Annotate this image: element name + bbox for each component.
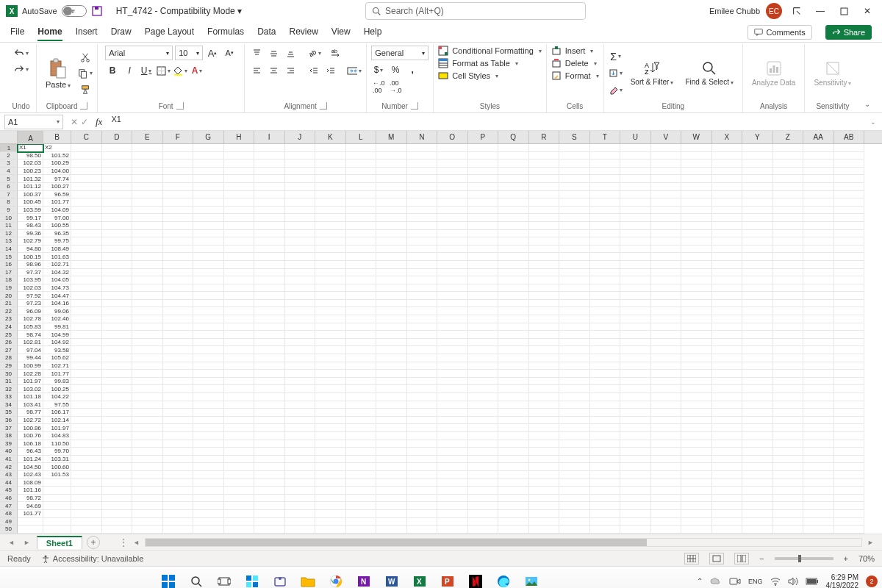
cell[interactable] [681,510,712,518]
cell[interactable] [773,417,804,425]
cell[interactable] [315,362,346,370]
cell[interactable]: 101.97 [18,378,43,386]
page-layout-view-button[interactable] [709,553,724,564]
cell[interactable] [681,417,712,425]
cell[interactable] [529,526,560,534]
cell[interactable] [773,339,804,347]
cell[interactable] [254,463,285,471]
cell[interactable] [437,401,468,409]
cell[interactable] [681,191,712,199]
cell[interactable]: 104.09 [43,207,71,215]
cell[interactable] [712,207,743,215]
cell[interactable] [742,432,773,440]
sheet-tab[interactable]: Sheet1 [37,536,82,549]
cell[interactable] [620,393,651,401]
cell[interactable] [71,207,102,215]
cell[interactable] [468,495,499,503]
spreadsheet-grid[interactable]: 1234567891011121314151617181920212223242… [0,144,882,534]
cell[interactable] [803,307,834,315]
cell[interactable] [315,471,346,479]
cell[interactable] [620,440,651,448]
row-header[interactable]: 36 [0,417,18,425]
row-header[interactable]: 37 [0,424,18,432]
cell[interactable] [620,315,651,323]
cell[interactable] [163,253,194,261]
cell[interactable] [529,323,560,331]
cell[interactable] [834,432,865,440]
cell[interactable] [407,346,438,354]
cell[interactable] [437,284,468,293]
cell[interactable] [254,362,285,370]
cell[interactable] [712,354,743,362]
cell[interactable] [71,393,102,401]
cell[interactable] [132,495,163,503]
cell[interactable] [254,315,285,323]
cell[interactable] [590,331,621,339]
cell[interactable] [254,144,285,152]
cell[interactable] [132,448,163,456]
cell[interactable]: 102.78 [18,315,43,323]
cell[interactable] [285,253,316,261]
cell[interactable] [193,471,224,479]
cell[interactable] [163,463,194,471]
cell[interactable] [712,487,743,495]
cell[interactable] [193,456,224,464]
cell[interactable] [376,207,407,215]
cell[interactable] [468,393,499,401]
cell[interactable] [559,432,590,440]
cell[interactable] [803,432,834,440]
cell[interactable] [834,152,865,160]
cell[interactable] [71,339,102,347]
cell[interactable] [559,393,590,401]
cell[interactable] [498,518,529,526]
cell[interactable] [834,526,865,534]
cell[interactable] [376,502,407,510]
cell[interactable] [712,269,743,277]
cell[interactable] [590,518,621,526]
cell[interactable] [346,183,377,191]
cell[interactable] [254,471,285,479]
cell[interactable] [346,175,377,183]
cell[interactable] [742,168,773,176]
cell[interactable] [102,292,133,300]
cell[interactable] [742,479,773,487]
cell[interactable]: 97.92 [18,292,43,300]
cell[interactable] [529,440,560,448]
cell[interactable] [407,339,438,347]
cell[interactable] [498,307,529,315]
cell[interactable] [407,198,438,207]
cell[interactable] [376,487,407,495]
cell[interactable] [254,339,285,347]
cell[interactable] [315,456,346,464]
cell[interactable] [285,354,316,362]
cell[interactable]: 101.16 [18,487,43,495]
column-header-V[interactable]: V [651,131,682,143]
cell[interactable] [559,315,590,323]
cell[interactable] [407,300,438,308]
cell[interactable] [742,354,773,362]
cell[interactable] [346,385,377,393]
cell[interactable] [529,230,560,238]
cell[interactable] [468,230,499,238]
cell[interactable] [224,261,255,269]
cell[interactable] [803,261,834,269]
cell[interactable] [620,362,651,370]
cell[interactable] [224,456,255,464]
cell[interactable] [468,214,499,222]
cell[interactable] [437,222,468,230]
cell[interactable] [803,276,834,284]
cell[interactable] [437,198,468,207]
row-header[interactable]: 30 [0,370,18,378]
cell[interactable] [620,207,651,215]
cell[interactable] [620,401,651,409]
cell[interactable] [529,346,560,354]
autosave-toggle[interactable]: Off [62,5,87,17]
tab-home[interactable]: Home [37,24,62,41]
cell[interactable] [529,432,560,440]
cell[interactable] [407,175,438,183]
cell[interactable] [773,448,804,456]
cell[interactable] [254,284,285,293]
cell[interactable] [132,245,163,254]
cell[interactable] [712,292,743,300]
cell[interactable] [773,331,804,339]
